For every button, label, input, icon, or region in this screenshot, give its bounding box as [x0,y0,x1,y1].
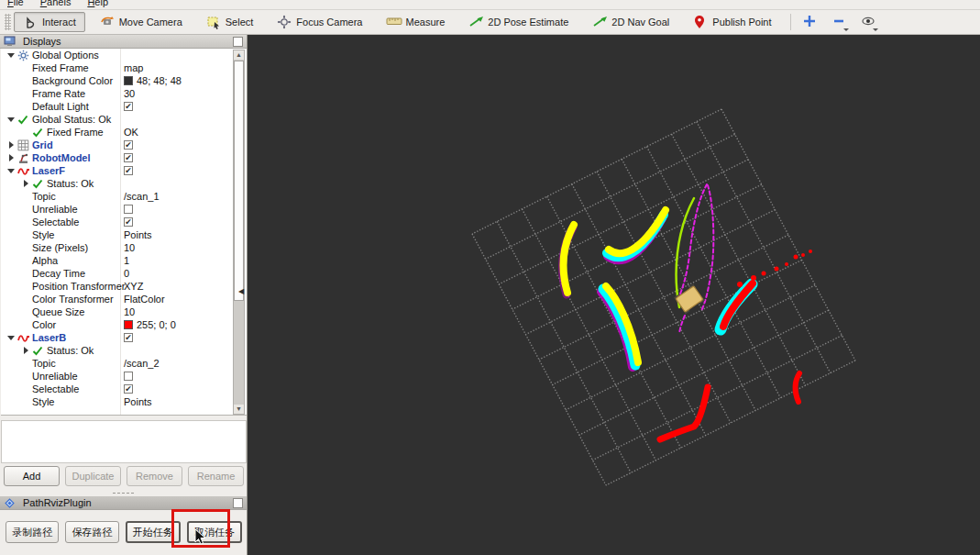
checkbox-checked[interactable]: ✔ [124,140,133,150]
tool-2d-pose-estimate-button[interactable]: 2D Pose Estimate [459,12,578,32]
tree-row-queue-size[interactable]: Queue Size10 [1,305,247,318]
tool-2d-nav-goal-button[interactable]: 2D Nav Goal [583,12,678,32]
scrollbar-thumb[interactable] [234,61,244,301]
tree-row-style[interactable]: StylePoints [1,228,247,241]
tree-row-value: /scan_1 [124,190,160,203]
checkbox-checked[interactable]: ✔ [124,333,133,342]
tree-row-alpha[interactable]: Alpha1 [1,254,247,267]
tree-row-value: /scan_2 [124,357,160,370]
toolbar-separator [790,14,791,30]
tree-row-position-transformer[interactable]: Position TransformerXYZ [1,280,247,293]
tree-row-unreliable[interactable]: Unreliable [1,203,247,216]
tree-row-label: Selectable [32,216,79,228]
3d-viewport[interactable] [248,35,980,555]
tree-row-value: ✔ [124,139,133,151]
tree-row-global-status-ok[interactable]: Global Status: Ok [1,113,247,126]
menu-panels[interactable]: Panels [39,0,73,7]
expander-down-icon[interactable] [5,336,17,340]
tree-row-unreliable[interactable]: Unreliable [1,370,247,383]
tree-row-label: LaserB [32,331,66,344]
tool-measure-button[interactable]: Measure [377,12,454,32]
tool-publish-point-button[interactable]: Publish Point [684,12,780,32]
tree-scrollbar[interactable]: ▲ ▼ [233,50,245,415]
tree-row-value: Points [124,395,152,408]
tree-row-default-light[interactable]: Default Light✔ [1,100,247,113]
tree-row-decay-time[interactable]: Decay Time0 [1,267,247,280]
mouse-cursor [194,528,207,549]
grid-icon [17,139,32,151]
tree-row-style[interactable]: StylePoints [1,395,247,408]
path-plugin-button-1[interactable]: 录制路径 [6,521,59,543]
tree-row-grid[interactable]: Grid✔ [1,139,247,151]
tree-row-label: Global Status: Ok [32,113,111,126]
add-tool-button[interactable] [798,12,820,32]
displays-empty-area [1,420,247,463]
tree-row-laserb[interactable]: LaserB✔ [1,331,247,344]
tree-row-fixed-frame[interactable]: Fixed FrameOK [1,126,247,139]
tree-row-status-ok[interactable]: Status: Ok [1,344,247,357]
checkbox-checked[interactable]: ✔ [124,102,133,111]
menu-file[interactable]: File [6,0,26,7]
tree-row-topic[interactable]: Topic/scan_2 [1,357,247,370]
tree-row-label: Position Transformer [32,280,125,293]
checkbox-checked[interactable]: ✔ [124,217,133,227]
tree-row-color-transformer[interactable]: Color TransformerFlatColor [1,293,247,305]
panel-collapse-arrow-icon[interactable]: ◀ [238,286,246,297]
path-plugin-button-2[interactable]: 保存路径 [65,521,118,543]
value-text: 30 [124,87,135,100]
robot-icon [17,152,32,164]
interact-hand-icon [23,15,38,29]
laserB-red-dot [801,253,805,257]
displays-float-button[interactable] [233,37,243,47]
tool-focus-camera-button[interactable]: Focus Camera [268,12,371,32]
tree-row-global-options[interactable]: Global Options [1,49,247,61]
laserB-red-dot [785,262,788,266]
expander-right-icon[interactable] [5,154,17,161]
toolbar-grip[interactable] [5,14,11,30]
checkbox-checked[interactable]: ✔ [124,384,133,394]
expander-down-icon[interactable] [5,53,17,58]
checkbox-unchecked[interactable] [124,372,133,381]
path-plugin-button-3[interactable]: 开始任务 [126,521,181,543]
tree-row-value: 48; 48; 48 [124,74,182,87]
laser-icon [17,166,32,176]
remove-tool-button[interactable] [828,12,850,32]
laser-icon [17,333,32,343]
tree-row-fixed-frame[interactable]: Fixed Framemap [1,61,247,74]
expander-right-icon[interactable] [19,180,32,187]
tool-interact-button[interactable]: Interact [14,12,85,32]
tool-properties-button[interactable] [857,12,879,32]
expander-right-icon[interactable] [5,141,17,149]
tree-row-laserf[interactable]: LaserF✔ [1,164,247,177]
value-text: FlatColor [124,293,165,305]
checkbox-checked[interactable]: ✔ [124,166,133,175]
value-text: /scan_2 [124,357,160,370]
add-button[interactable]: Add [4,466,60,486]
tree-row-size-pixels[interactable]: Size (Pixels)10 [1,241,247,254]
scrollbar-up-arrow-icon[interactable]: ▲ [234,50,244,60]
checkbox-checked[interactable]: ✔ [124,153,133,162]
checkbox-unchecked[interactable] [124,205,133,214]
expander-right-icon[interactable] [19,347,32,354]
tool-move-camera-button[interactable]: Move Camera [91,12,192,32]
tree-row-label: Style [32,395,54,408]
expander-down-icon[interactable] [5,169,17,173]
select-box-icon [206,15,221,29]
expander-down-icon[interactable] [5,117,17,122]
dropdown-caret-icon [843,28,849,31]
tree-row-frame-rate[interactable]: Frame Rate30 [1,87,247,100]
scrollbar-down-arrow-icon[interactable]: ▼ [234,405,244,414]
tree-row-selectable[interactable]: Selectable✔ [1,383,247,395]
tree-row-selectable[interactable]: Selectable✔ [1,216,247,228]
tree-row-topic[interactable]: Topic/scan_1 [1,190,247,203]
tree-row-color[interactable]: Color255; 0; 0 [1,318,247,331]
tree-row-status-ok[interactable]: Status: Ok [1,177,247,190]
path-plugin-float-button[interactable] [233,498,243,508]
tool-select-button[interactable]: Select [197,12,263,32]
tree-row-robotmodel[interactable]: RobotModel✔ [1,151,247,164]
tree-row-background-color[interactable]: Background Color48; 48; 48 [1,74,247,87]
tree-row-label: Topic [32,357,56,370]
duplicate-button: Duplicate [65,466,121,486]
panel-splitter[interactable] [0,491,247,495]
menu-help[interactable]: Help [85,0,110,7]
